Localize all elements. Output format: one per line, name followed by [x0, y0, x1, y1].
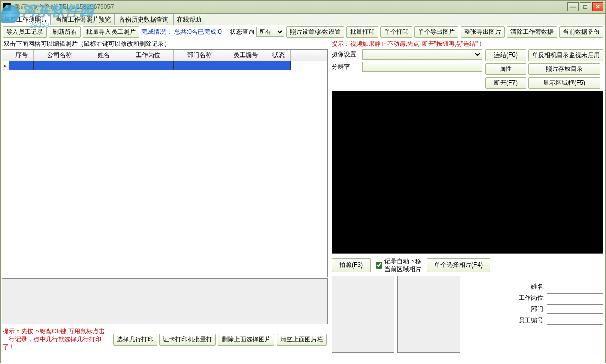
app-icon: [3, 3, 11, 11]
table-row[interactable]: [2, 61, 327, 70]
employee-grid[interactable]: 序号 公司名称 姓名 工作岗位 部门名称 员工编号 状态: [2, 49, 328, 277]
grid-edit-hint: 双击下面网格可以编辑照片（鼠标右键可以修改和删除记录）: [1, 39, 329, 49]
ctrl-select-hint: 提示：先按下键盘Ctr键,再用鼠标点击一行记录，点中几行就选择几行打印了！: [3, 328, 111, 352]
left-panel: 双击下面网格可以编辑照片（鼠标右键可以修改和删除记录） 序号 公司名称 姓名 工…: [1, 39, 329, 354]
batch-import-button[interactable]: 批量导入员工照片: [83, 26, 139, 38]
disconnect-button[interactable]: 断开(F7): [485, 77, 526, 89]
complete-label: 完成情况：: [141, 28, 172, 36]
empno-field[interactable]: [547, 316, 603, 325]
auto-move-label: 记录自动下移: [384, 258, 421, 265]
name-field[interactable]: [547, 282, 603, 291]
full-export-button[interactable]: 整张导出图片: [461, 26, 505, 38]
tab-strip: 当前工作薄照片 当前工作薄照片预览 备份历史数据查询 在线帮助: [1, 14, 605, 25]
resolution-label: 分辨率: [332, 63, 360, 71]
col-empno[interactable]: 员工编号: [225, 50, 266, 61]
dept-field[interactable]: [547, 304, 603, 314]
col-post[interactable]: 工作岗位: [122, 50, 174, 61]
select-rows-print-button[interactable]: 选择几行打印: [113, 334, 157, 346]
main-toolbar: 导入员工记录 刷新所有 批量导入员工照片 完成情况： 总共:0名已完成:0 状态…: [1, 25, 605, 39]
window-title: 像证卡制作系统 TEL：15825675057: [14, 3, 567, 11]
auto-move-checkbox[interactable]: [376, 262, 382, 269]
complete-stat: 总共:0名已完成:0: [174, 28, 222, 36]
single-select-photo-button[interactable]: 单个选择相片(F4): [427, 258, 490, 272]
employee-form: 姓名: 工作岗位: 部门: 员工编号:: [463, 276, 603, 353]
dept-label: 部门:: [531, 305, 545, 314]
backup-button[interactable]: 当前数据备份: [559, 26, 603, 38]
camera-label: 摄像设置: [332, 50, 360, 59]
card-batch-print-button[interactable]: 证卡打印机批量打: [159, 334, 216, 346]
grid-header: 序号 公司名称 姓名 工作岗位 部门名称 员工编号 状态: [2, 50, 327, 61]
area-photo-label: 当前区域相片: [384, 265, 421, 273]
col-status[interactable]: 状态: [266, 50, 291, 61]
tab-help[interactable]: 在线帮助: [173, 14, 205, 25]
photo-dir-button[interactable]: 照片存放目录: [528, 63, 600, 75]
thumbnail-strip: [2, 278, 328, 324]
post-field[interactable]: [547, 293, 603, 302]
refresh-button[interactable]: 刷新所有: [49, 26, 81, 38]
connect-button[interactable]: 连结(F6): [485, 49, 526, 61]
svg-point-0: [5, 5, 8, 8]
tab-backup-history[interactable]: 备份历史数据查询: [116, 14, 172, 25]
name-label: 姓名:: [531, 282, 545, 291]
video-preview: [332, 91, 603, 254]
photo-settings-button[interactable]: 照片设置/参数设置: [286, 26, 344, 38]
photo-preview-1: [332, 276, 394, 353]
title-bar: 像证卡制作系统 TEL：15825675057 — □ ✕: [0, 0, 606, 13]
single-print-button[interactable]: 单个打印: [380, 26, 412, 38]
col-dept[interactable]: 部门名称: [174, 50, 225, 61]
import-button[interactable]: 导入员工记录: [3, 26, 47, 38]
maximize-button[interactable]: □: [580, 2, 591, 11]
row-marker-icon: [2, 61, 9, 70]
empno-label: 员工编号:: [519, 316, 545, 325]
video-hint: 提示：视频如果静止不动请,先点"断开"按钮再点"连结"！: [332, 40, 603, 48]
resolution-input[interactable]: [362, 62, 482, 72]
dslr-monitor-button[interactable]: 单反相机目录监视未启用: [528, 49, 603, 61]
properties-button[interactable]: 属性: [485, 63, 526, 75]
capture-button[interactable]: 拍照(F3): [332, 258, 371, 272]
clear-images-button[interactable]: 清空上面图片栏: [277, 334, 327, 346]
status-select[interactable]: 所有: [256, 27, 284, 37]
batch-print-button[interactable]: 批量打印: [346, 26, 378, 38]
close-button[interactable]: ✕: [592, 2, 603, 11]
col-index[interactable]: 序号: [9, 50, 34, 61]
status-query-label: 状态查询: [230, 28, 254, 36]
single-export-button[interactable]: 单个导出图片: [414, 26, 458, 38]
photo-preview-2: [397, 276, 460, 353]
tab-current-photos[interactable]: 当前工作薄照片: [1, 14, 51, 25]
post-label: 工作岗位:: [519, 294, 545, 302]
tab-preview[interactable]: 当前工作薄照片预览: [52, 14, 115, 25]
clear-workbook-button[interactable]: 清除工作薄数据: [507, 26, 557, 38]
right-panel: 提示：视频如果静止不动请,先点"断开"按钮再点"连结"！ 摄像设置 分辨率 连结…: [329, 39, 605, 354]
camera-select[interactable]: [362, 49, 482, 60]
delete-selected-button[interactable]: 删除上面选择图片: [218, 334, 274, 346]
col-company[interactable]: 公司名称: [34, 50, 85, 61]
col-name[interactable]: 姓名: [85, 50, 122, 61]
show-area-button[interactable]: 显示区域框(F5): [528, 77, 600, 89]
minimize-button[interactable]: —: [567, 2, 579, 11]
